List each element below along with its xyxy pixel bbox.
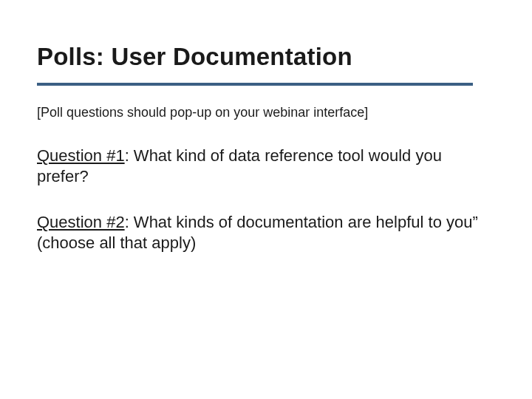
question-1: Question #1: What kind of data reference… [37,146,480,187]
question-2: Question #2: What kinds of documentation… [37,212,480,253]
slide: Polls: User Documentation [Poll question… [0,0,532,284]
slide-title: Polls: User Documentation [37,43,495,71]
poll-note: [Poll questions should pop-up on your we… [37,105,495,120]
question-1-label: Question #1 [37,146,125,165]
title-divider [37,83,473,86]
question-2-label: Question #2 [37,213,125,231]
